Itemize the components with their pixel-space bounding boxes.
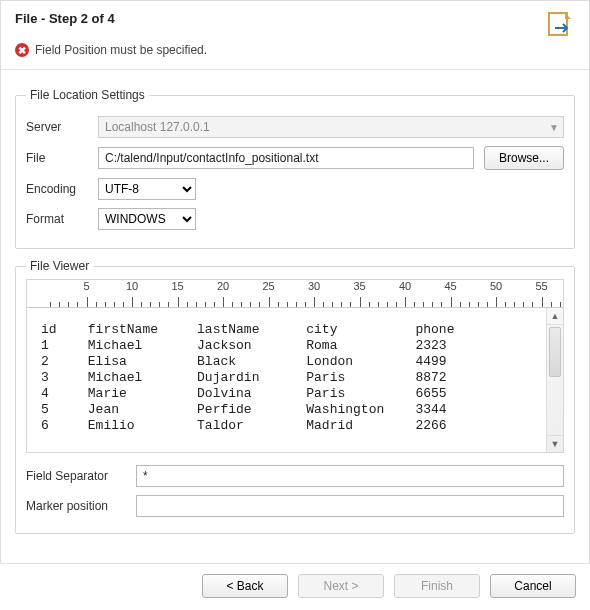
- scrollbar-vertical[interactable]: ▲ ▼: [546, 308, 563, 452]
- file-viewer-legend: File Viewer: [26, 259, 93, 273]
- marker-position-input[interactable]: [136, 495, 564, 517]
- field-separator-label: Field Separator: [26, 469, 126, 483]
- wizard-import-icon: [547, 11, 575, 39]
- chevron-down-icon: ▼: [549, 122, 559, 133]
- next-button: Next >: [298, 574, 384, 598]
- format-label: Format: [26, 212, 88, 226]
- file-path-input[interactable]: [98, 147, 474, 169]
- file-viewer-panel: 51015202530354045505560 id firstName las…: [26, 279, 564, 453]
- server-label: Server: [26, 120, 88, 134]
- page-title: File - Step 2 of 4: [15, 11, 115, 26]
- file-location-settings: File Location Settings Server Localhost …: [15, 88, 575, 249]
- file-preview-text: id firstName lastName city phone 1 Micha…: [27, 308, 546, 452]
- scroll-up-arrow-icon[interactable]: ▲: [547, 308, 563, 325]
- marker-position-label: Marker position: [26, 499, 126, 513]
- back-button[interactable]: < Back: [202, 574, 288, 598]
- finish-button: Finish: [394, 574, 480, 598]
- browse-button[interactable]: Browse...: [484, 146, 564, 170]
- wizard-footer: < Back Next > Finish Cancel: [0, 563, 590, 610]
- file-viewer: File Viewer 51015202530354045505560 id f…: [15, 259, 575, 534]
- file-label: File: [26, 151, 88, 165]
- scroll-down-arrow-icon[interactable]: ▼: [547, 435, 563, 452]
- scroll-thumb[interactable]: [549, 327, 561, 377]
- field-separator-input[interactable]: [136, 465, 564, 487]
- error-message: Field Position must be specified.: [35, 43, 207, 57]
- format-select[interactable]: WINDOWS: [98, 208, 196, 230]
- server-field: Localhost 127.0.0.1 ▼: [98, 116, 564, 138]
- encoding-label: Encoding: [26, 182, 88, 196]
- scroll-track[interactable]: [547, 379, 563, 435]
- ruler[interactable]: 51015202530354045505560: [27, 280, 563, 308]
- cancel-button[interactable]: Cancel: [490, 574, 576, 598]
- error-icon: ✖: [15, 43, 29, 57]
- server-value: Localhost 127.0.0.1: [105, 120, 210, 134]
- encoding-select[interactable]: UTF-8: [98, 178, 196, 200]
- file-location-legend: File Location Settings: [26, 88, 149, 102]
